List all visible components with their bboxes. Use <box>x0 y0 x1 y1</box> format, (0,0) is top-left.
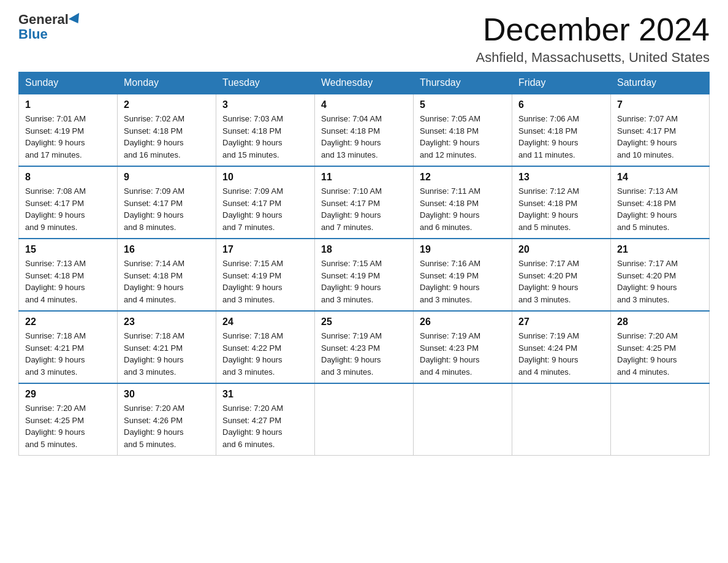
day-info: Sunrise: 7:01 AMSunset: 4:19 PMDaylight:… <box>25 113 111 161</box>
day-info: Sunrise: 7:20 AMSunset: 4:27 PMDaylight:… <box>222 402 308 450</box>
day-number: 11 <box>321 172 407 183</box>
day-number: 19 <box>420 244 506 255</box>
day-number: 26 <box>420 316 506 327</box>
calendar-week-row: 1Sunrise: 7:01 AMSunset: 4:19 PMDaylight… <box>19 94 710 166</box>
day-number: 20 <box>518 244 604 255</box>
calendar-cell: 6Sunrise: 7:06 AMSunset: 4:18 PMDaylight… <box>512 94 611 166</box>
day-info: Sunrise: 7:15 AMSunset: 4:19 PMDaylight:… <box>222 258 308 305</box>
calendar-cell: 11Sunrise: 7:10 AMSunset: 4:17 PMDayligh… <box>315 166 414 239</box>
day-info: Sunrise: 7:20 AMSunset: 4:25 PMDaylight:… <box>25 402 111 450</box>
calendar-cell <box>414 383 512 456</box>
calendar-week-row: 29Sunrise: 7:20 AMSunset: 4:25 PMDayligh… <box>19 383 710 456</box>
calendar-cell: 20Sunrise: 7:17 AMSunset: 4:20 PMDayligh… <box>512 239 611 311</box>
calendar-body: 1Sunrise: 7:01 AMSunset: 4:19 PMDaylight… <box>19 94 710 456</box>
calendar-cell <box>315 383 414 456</box>
day-info: Sunrise: 7:16 AMSunset: 4:19 PMDaylight:… <box>420 258 506 305</box>
weekday-header-tuesday: Tuesday <box>216 72 315 94</box>
calendar-cell: 8Sunrise: 7:08 AMSunset: 4:17 PMDaylight… <box>19 166 118 239</box>
day-number: 2 <box>124 99 210 110</box>
calendar-cell <box>611 383 710 456</box>
page-header: General Blue December 2024 Ashfield, Mas… <box>18 12 710 66</box>
weekday-header-friday: Friday <box>512 72 611 94</box>
calendar-subtitle: Ashfield, Massachusetts, United States <box>476 50 710 66</box>
calendar-week-row: 15Sunrise: 7:13 AMSunset: 4:18 PMDayligh… <box>19 239 710 311</box>
calendar-week-row: 8Sunrise: 7:08 AMSunset: 4:17 PMDaylight… <box>19 166 710 239</box>
calendar-header: SundayMondayTuesdayWednesdayThursdayFrid… <box>19 72 710 94</box>
weekday-header-monday: Monday <box>118 72 216 94</box>
day-info: Sunrise: 7:17 AMSunset: 4:20 PMDaylight:… <box>518 258 604 305</box>
weekday-header-thursday: Thursday <box>414 72 512 94</box>
calendar-cell: 25Sunrise: 7:19 AMSunset: 4:23 PMDayligh… <box>315 311 414 383</box>
day-info: Sunrise: 7:04 AMSunset: 4:18 PMDaylight:… <box>321 113 407 161</box>
day-number: 12 <box>420 172 506 183</box>
day-number: 7 <box>617 99 703 110</box>
day-number: 31 <box>222 389 308 400</box>
day-number: 8 <box>25 172 111 183</box>
day-number: 10 <box>222 172 308 183</box>
day-number: 9 <box>124 172 210 183</box>
calendar-cell: 2Sunrise: 7:02 AMSunset: 4:18 PMDaylight… <box>118 94 216 166</box>
calendar-cell: 15Sunrise: 7:13 AMSunset: 4:18 PMDayligh… <box>19 239 118 311</box>
title-block: December 2024 Ashfield, Massachusetts, U… <box>476 12 710 66</box>
day-number: 1 <box>25 99 111 110</box>
day-info: Sunrise: 7:07 AMSunset: 4:17 PMDaylight:… <box>617 113 703 161</box>
weekday-header-sunday: Sunday <box>19 72 118 94</box>
day-number: 23 <box>124 316 210 327</box>
day-info: Sunrise: 7:03 AMSunset: 4:18 PMDaylight:… <box>222 113 308 161</box>
calendar-cell: 10Sunrise: 7:09 AMSunset: 4:17 PMDayligh… <box>216 166 315 239</box>
calendar-cell: 29Sunrise: 7:20 AMSunset: 4:25 PMDayligh… <box>19 383 118 456</box>
day-number: 22 <box>25 316 111 327</box>
day-info: Sunrise: 7:09 AMSunset: 4:17 PMDaylight:… <box>124 185 210 233</box>
calendar-cell: 14Sunrise: 7:13 AMSunset: 4:18 PMDayligh… <box>611 166 710 239</box>
day-info: Sunrise: 7:19 AMSunset: 4:23 PMDaylight:… <box>321 330 407 378</box>
calendar-cell: 12Sunrise: 7:11 AMSunset: 4:18 PMDayligh… <box>414 166 512 239</box>
logo-general-text: General <box>18 12 69 27</box>
day-info: Sunrise: 7:05 AMSunset: 4:18 PMDaylight:… <box>420 113 506 161</box>
weekday-header-saturday: Saturday <box>611 72 710 94</box>
calendar-cell: 18Sunrise: 7:15 AMSunset: 4:19 PMDayligh… <box>315 239 414 311</box>
day-number: 25 <box>321 316 407 327</box>
day-number: 30 <box>124 389 210 400</box>
day-info: Sunrise: 7:19 AMSunset: 4:23 PMDaylight:… <box>420 330 506 378</box>
calendar-title: December 2024 <box>476 12 710 47</box>
calendar-cell: 17Sunrise: 7:15 AMSunset: 4:19 PMDayligh… <box>216 239 315 311</box>
day-number: 5 <box>420 99 506 110</box>
calendar-cell: 13Sunrise: 7:12 AMSunset: 4:18 PMDayligh… <box>512 166 611 239</box>
weekday-header-row: SundayMondayTuesdayWednesdayThursdayFrid… <box>19 72 710 94</box>
day-info: Sunrise: 7:11 AMSunset: 4:18 PMDaylight:… <box>420 185 506 233</box>
calendar-cell: 3Sunrise: 7:03 AMSunset: 4:18 PMDaylight… <box>216 94 315 166</box>
day-info: Sunrise: 7:18 AMSunset: 4:22 PMDaylight:… <box>222 330 308 378</box>
calendar-cell: 1Sunrise: 7:01 AMSunset: 4:19 PMDaylight… <box>19 94 118 166</box>
day-number: 14 <box>617 172 703 183</box>
day-number: 28 <box>617 316 703 327</box>
calendar-cell: 22Sunrise: 7:18 AMSunset: 4:21 PMDayligh… <box>19 311 118 383</box>
calendar-cell: 30Sunrise: 7:20 AMSunset: 4:26 PMDayligh… <box>118 383 216 456</box>
day-number: 21 <box>617 244 703 255</box>
day-info: Sunrise: 7:20 AMSunset: 4:25 PMDaylight:… <box>617 330 703 378</box>
day-number: 16 <box>124 244 210 255</box>
logo-blue-text: Blue <box>18 27 48 42</box>
calendar-cell: 7Sunrise: 7:07 AMSunset: 4:17 PMDaylight… <box>611 94 710 166</box>
calendar-cell: 24Sunrise: 7:18 AMSunset: 4:22 PMDayligh… <box>216 311 315 383</box>
calendar-week-row: 22Sunrise: 7:18 AMSunset: 4:21 PMDayligh… <box>19 311 710 383</box>
day-info: Sunrise: 7:14 AMSunset: 4:18 PMDaylight:… <box>124 258 210 305</box>
calendar-table: SundayMondayTuesdayWednesdayThursdayFrid… <box>18 72 710 456</box>
day-number: 27 <box>518 316 604 327</box>
day-number: 4 <box>321 99 407 110</box>
calendar-cell: 9Sunrise: 7:09 AMSunset: 4:17 PMDaylight… <box>118 166 216 239</box>
logo-triangle-icon <box>69 13 83 26</box>
day-number: 24 <box>222 316 308 327</box>
calendar-cell: 27Sunrise: 7:19 AMSunset: 4:24 PMDayligh… <box>512 311 611 383</box>
calendar-cell: 28Sunrise: 7:20 AMSunset: 4:25 PMDayligh… <box>611 311 710 383</box>
calendar-cell: 31Sunrise: 7:20 AMSunset: 4:27 PMDayligh… <box>216 383 315 456</box>
calendar-cell: 23Sunrise: 7:18 AMSunset: 4:21 PMDayligh… <box>118 311 216 383</box>
weekday-header-wednesday: Wednesday <box>315 72 414 94</box>
day-info: Sunrise: 7:19 AMSunset: 4:24 PMDaylight:… <box>518 330 604 378</box>
day-info: Sunrise: 7:13 AMSunset: 4:18 PMDaylight:… <box>25 258 111 305</box>
day-number: 3 <box>222 99 308 110</box>
day-info: Sunrise: 7:13 AMSunset: 4:18 PMDaylight:… <box>617 185 703 233</box>
day-info: Sunrise: 7:09 AMSunset: 4:17 PMDaylight:… <box>222 185 308 233</box>
calendar-cell: 5Sunrise: 7:05 AMSunset: 4:18 PMDaylight… <box>414 94 512 166</box>
day-info: Sunrise: 7:18 AMSunset: 4:21 PMDaylight:… <box>124 330 210 378</box>
calendar-cell: 26Sunrise: 7:19 AMSunset: 4:23 PMDayligh… <box>414 311 512 383</box>
